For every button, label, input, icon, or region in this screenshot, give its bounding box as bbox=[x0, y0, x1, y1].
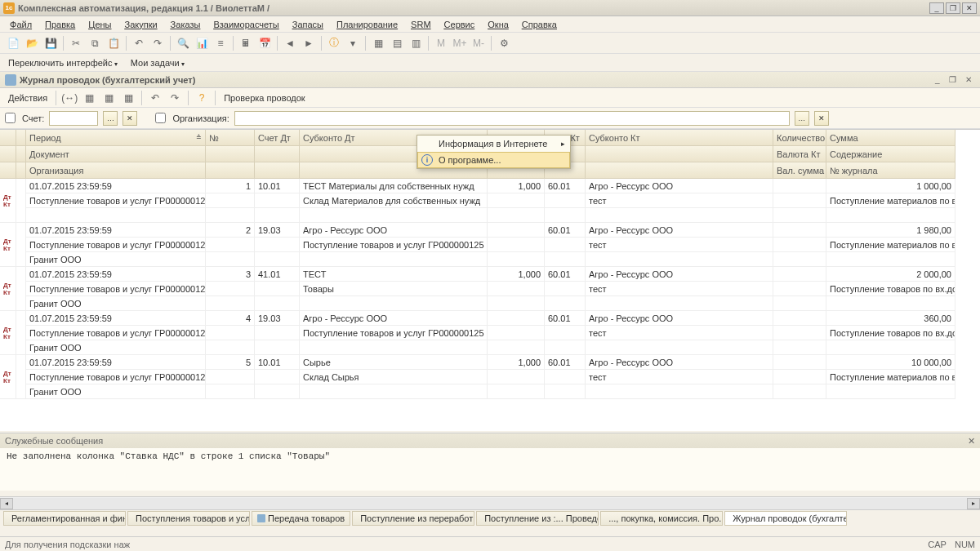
menu-file[interactable]: Файл bbox=[5, 18, 37, 31]
column-header[interactable]: Субконто Кт bbox=[586, 130, 773, 146]
org-input[interactable] bbox=[234, 111, 790, 126]
org-checkbox[interactable] bbox=[155, 113, 166, 123]
table-cell[interactable]: 5 bbox=[206, 355, 255, 370]
table-cell[interactable]: 10.01 bbox=[255, 179, 300, 193]
table-cell[interactable] bbox=[488, 326, 545, 340]
table-cell[interactable]: 01.07.2015 23:59:59 bbox=[26, 179, 206, 193]
table-cell[interactable] bbox=[773, 384, 826, 399]
refresh-icon[interactable]: (↔) bbox=[61, 90, 78, 106]
tool-a-icon[interactable]: ▦ bbox=[370, 35, 386, 51]
new-icon[interactable]: 📄 bbox=[5, 35, 21, 51]
menu-stock[interactable]: Запасы bbox=[287, 18, 328, 31]
table-cell[interactable]: 1,000 bbox=[488, 355, 545, 370]
table-cell[interactable]: ТЕСТ Материалы для собственных нужд bbox=[300, 179, 488, 193]
account-clear-button[interactable]: ✕ bbox=[122, 111, 137, 126]
org-select-button[interactable]: … bbox=[795, 111, 809, 126]
table-cell[interactable]: Поступление товаров и услуг ГР000000125 … bbox=[26, 370, 206, 384]
table-cell[interactable]: Гранит ООО bbox=[26, 296, 206, 311]
table-cell[interactable]: 360,00 bbox=[826, 311, 956, 326]
table-cell[interactable] bbox=[488, 311, 545, 326]
table-cell[interactable]: Склад Материалов для собственных нужд bbox=[300, 193, 488, 208]
column-header[interactable] bbox=[0, 162, 16, 179]
account-checkbox[interactable] bbox=[5, 113, 16, 123]
table-cell[interactable]: тест bbox=[586, 282, 773, 296]
column-header[interactable] bbox=[206, 146, 255, 162]
tab-item[interactable]: Регламентированная и фин... bbox=[3, 511, 126, 526]
table-cell[interactable]: 1 980,00 bbox=[826, 223, 956, 238]
table-cell[interactable]: 60.01 bbox=[545, 355, 586, 370]
table-cell[interactable] bbox=[206, 252, 255, 267]
table-cell[interactable]: 01.07.2015 23:59:59 bbox=[26, 311, 206, 326]
table-cell[interactable] bbox=[773, 208, 826, 223]
table-cell[interactable] bbox=[206, 384, 255, 399]
my-tasks-button[interactable]: Мои задачи bbox=[127, 56, 188, 69]
table-cell[interactable] bbox=[300, 208, 488, 223]
info-icon[interactable]: ⓘ bbox=[326, 35, 342, 51]
column-header[interactable]: Документ bbox=[26, 146, 206, 162]
table-cell[interactable] bbox=[206, 282, 255, 296]
filter-b-icon[interactable]: ▦ bbox=[100, 90, 117, 106]
table-cell[interactable]: 1 000,00 bbox=[826, 179, 956, 193]
table-cell[interactable] bbox=[773, 296, 826, 311]
actions-menu[interactable]: Действия bbox=[5, 91, 51, 104]
scroll-track[interactable] bbox=[13, 498, 967, 509]
table-cell[interactable]: Поступление товаров и услуг ГР000000125 … bbox=[26, 193, 206, 208]
table-cell[interactable]: 41.01 bbox=[255, 267, 300, 282]
table-cell[interactable]: 19.03 bbox=[255, 311, 300, 326]
table-cell[interactable] bbox=[26, 208, 206, 223]
table-cell[interactable]: 01.07.2015 23:59:59 bbox=[26, 355, 206, 370]
table-cell[interactable]: Агро - Рессурс ООО bbox=[586, 179, 773, 193]
table-cell[interactable] bbox=[255, 238, 300, 252]
table-cell[interactable] bbox=[300, 340, 488, 355]
copy-icon[interactable]: ⧉ bbox=[87, 35, 103, 51]
table-cell[interactable] bbox=[773, 238, 826, 252]
table-cell[interactable]: 1 bbox=[206, 179, 255, 193]
m-icon[interactable]: M bbox=[433, 35, 449, 51]
table-cell[interactable] bbox=[773, 282, 826, 296]
scroll-right-button[interactable]: ▸ bbox=[967, 498, 980, 509]
table-cell[interactable] bbox=[300, 384, 488, 399]
panel-minimize-button[interactable]: _ bbox=[931, 74, 944, 86]
ctx-about[interactable]: i О программе... bbox=[417, 152, 570, 168]
table-cell[interactable] bbox=[255, 370, 300, 384]
table-cell[interactable] bbox=[545, 282, 586, 296]
table-cell[interactable]: Поступление товаров и услуг ГР000000125 … bbox=[26, 282, 206, 296]
table-cell[interactable]: Склад Сырья bbox=[300, 370, 488, 384]
column-header[interactable] bbox=[586, 162, 773, 179]
table-cell[interactable]: 2 bbox=[206, 223, 255, 238]
column-header[interactable] bbox=[255, 162, 300, 179]
menu-srm[interactable]: SRM bbox=[406, 18, 435, 31]
table-cell[interactable]: тест bbox=[586, 370, 773, 384]
menu-edit[interactable]: Правка bbox=[40, 18, 80, 31]
column-header[interactable]: Период ≙ bbox=[26, 130, 206, 146]
table-cell[interactable]: Поступление товаров и услуг ГР000000125 … bbox=[26, 238, 206, 252]
table-cell[interactable]: Агро - Рессурс ООО bbox=[586, 311, 773, 326]
table-cell[interactable] bbox=[773, 252, 826, 267]
menu-settlements[interactable]: Взаиморасчеты bbox=[208, 18, 283, 31]
column-header[interactable] bbox=[0, 146, 16, 162]
tab-item[interactable]: Журнал проводок (бухгалте... bbox=[724, 511, 847, 526]
table-cell[interactable] bbox=[545, 326, 586, 340]
fwd-icon[interactable]: ► bbox=[301, 35, 317, 51]
table-cell[interactable]: Поступление товаров по вх.до... bbox=[826, 282, 956, 296]
table-cell[interactable]: 4 bbox=[206, 311, 255, 326]
tab-item[interactable]: Поступление из переработки bbox=[352, 511, 474, 526]
table-cell[interactable]: 60.01 bbox=[545, 311, 586, 326]
table-cell[interactable] bbox=[206, 208, 255, 223]
calc-icon[interactable]: 🖩 bbox=[238, 35, 254, 51]
table-cell[interactable]: 10.01 bbox=[255, 355, 300, 370]
table-cell[interactable] bbox=[773, 340, 826, 355]
table-cell[interactable] bbox=[255, 296, 300, 311]
table-cell[interactable]: Гранит ООО bbox=[26, 340, 206, 355]
table-cell[interactable]: Агро - Рессурс ООО bbox=[300, 223, 488, 238]
menu-help[interactable]: Справка bbox=[517, 18, 562, 31]
table-cell[interactable]: Агро - Рессурс ООО bbox=[586, 267, 773, 282]
table-cell[interactable] bbox=[545, 252, 586, 267]
column-header[interactable]: Содержание bbox=[826, 146, 956, 162]
table-cell[interactable] bbox=[206, 340, 255, 355]
table-cell[interactable] bbox=[826, 384, 956, 399]
filter-c-icon[interactable]: ▦ bbox=[120, 90, 136, 106]
help-icon[interactable]: ? bbox=[194, 90, 210, 106]
account-input[interactable] bbox=[49, 111, 98, 126]
find-icon[interactable]: 🔍 bbox=[175, 35, 191, 51]
